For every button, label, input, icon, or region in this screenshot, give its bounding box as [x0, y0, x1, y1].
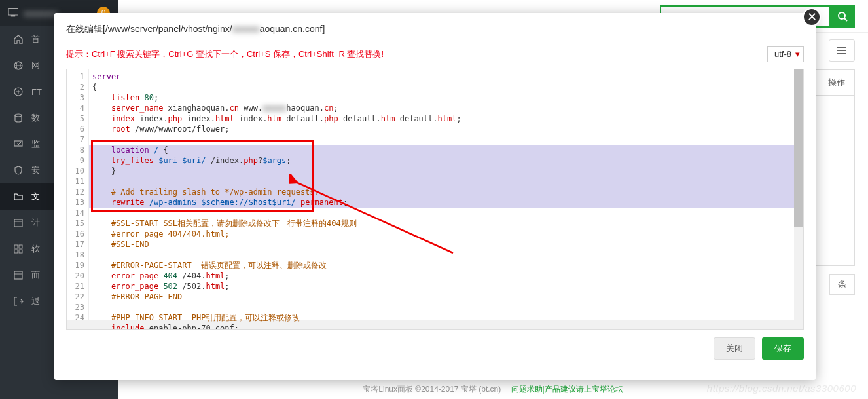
close-button[interactable]: 关闭 — [714, 337, 755, 360]
scrollbar-thumb[interactable] — [794, 69, 803, 227]
scrollbar-vertical[interactable] — [794, 69, 803, 329]
monitor-icon — [13, 139, 25, 149]
page-unit: 条 — [829, 274, 855, 295]
watermark: https://blog.csdn.net/as3300600 — [707, 383, 856, 394]
hint-text: 提示：Ctrl+F 搜索关键字，Ctrl+G 查找下一个，Ctrl+S 保存，C… — [66, 48, 384, 60]
svg-rect-20 — [837, 53, 846, 54]
sidebar-label: 面 — [31, 269, 40, 281]
svg-rect-12 — [14, 250, 18, 253]
db-icon — [13, 113, 25, 123]
title-blur: xxxxxx — [232, 24, 260, 34]
code-line[interactable]: #ERROR-PAGE-END — [91, 292, 803, 302]
sidebar-label: 文 — [31, 191, 40, 202]
code-line[interactable] — [91, 302, 803, 313]
logo-icon — [8, 8, 18, 19]
logout-icon — [13, 296, 25, 307]
calendar-icon — [13, 218, 25, 228]
svg-rect-0 — [8, 8, 18, 14]
code-line[interactable] — [91, 250, 803, 260]
home-icon — [13, 34, 25, 45]
globe-icon — [13, 60, 25, 71]
svg-point-6 — [15, 114, 22, 117]
svg-rect-10 — [14, 245, 18, 248]
shield-icon — [13, 165, 25, 176]
code-editor[interactable]: 1234567891011121314151617181920212223242… — [67, 69, 803, 330]
col-action: 操作 — [828, 77, 845, 88]
svg-rect-19 — [837, 50, 846, 51]
code-lines[interactable]: server{ listen 80; server_name xianghaoq… — [89, 69, 803, 330]
svg-rect-18 — [837, 47, 846, 48]
sidebar-label: 退 — [31, 295, 40, 307]
code-line[interactable]: error_page 502 /502.html; — [91, 281, 803, 292]
sidebar-label: 监 — [31, 138, 40, 150]
code-line[interactable]: root /www/wwwroot/flower; — [91, 124, 803, 134]
svg-rect-14 — [14, 271, 22, 279]
panel-icon — [13, 270, 25, 280]
sidebar-label: 安 — [31, 164, 40, 176]
sidebar-label: 网 — [31, 60, 40, 71]
forum-link[interactable]: 问题求助|产品建议请上宝塔论坛 — [511, 385, 623, 394]
code-line[interactable]: #SSL-END — [91, 239, 803, 250]
svg-point-16 — [839, 12, 845, 19]
code-line[interactable] — [91, 134, 803, 145]
code-line[interactable] — [91, 208, 803, 218]
title-suffix: aoquan.cn.conf] — [260, 24, 325, 34]
svg-rect-8 — [14, 219, 22, 227]
code-line[interactable]: server — [91, 71, 803, 82]
title-prefix: 在线编辑[/www/server/panel/vhost/nginx/ — [66, 24, 232, 34]
svg-rect-11 — [19, 245, 22, 248]
soft-icon — [13, 244, 25, 254]
sidebar-label: 计 — [31, 217, 40, 229]
search-button[interactable] — [830, 5, 855, 28]
code-line[interactable]: #SSL-START SSL相关配置，请勿删除或修改下一行带注释的404规则 — [91, 218, 803, 229]
modal-title: 在线编辑[/www/server/panel/vhost/nginx/xxxxx… — [54, 13, 816, 46]
svg-rect-7 — [14, 141, 22, 146]
line-gutter: 1234567891011121314151617181920212223242… — [67, 69, 89, 330]
editor-modal: ✕ 在线编辑[/www/server/panel/vhost/nginx/xxx… — [54, 13, 816, 380]
copyright-text: 宝塔Linux面板 ©2014-2017 宝塔 (bt.cn) — [363, 385, 501, 394]
code-line[interactable]: #error_page 404/404.html; — [91, 229, 803, 239]
sidebar-label: 软 — [31, 243, 40, 255]
code-line[interactable]: server_name xianghaoquan.cn www.xxxxxhao… — [91, 103, 803, 113]
sidebar-label: 数 — [31, 112, 40, 124]
code-line[interactable]: error_page 404 /404.html; — [91, 271, 803, 281]
svg-rect-1 — [11, 15, 15, 16]
list-view-button[interactable] — [829, 39, 855, 62]
close-icon[interactable]: ✕ — [803, 8, 821, 26]
encoding-select[interactable]: utf-8 — [767, 46, 804, 62]
code-line[interactable]: #ERROR-PAGE-START 错误页配置，可以注释、删除或修改 — [91, 260, 803, 271]
code-line[interactable]: index index.php index.html index.htm def… — [91, 113, 803, 124]
svg-line-17 — [844, 18, 847, 21]
sidebar-label: 首 — [31, 33, 40, 45]
encoding-value: utf-8 — [774, 49, 791, 59]
sidebar-label: FT — [31, 87, 42, 97]
save-button[interactable]: 保存 — [762, 337, 804, 360]
hint-bar: 提示：Ctrl+F 搜索关键字，Ctrl+G 查找下一个，Ctrl+S 保存，C… — [54, 46, 816, 62]
modal-footer: 关闭 保存 — [54, 337, 816, 369]
editor-wrapper: 1234567891011121314151617181920212223242… — [66, 69, 804, 330]
folder-icon — [13, 191, 25, 202]
ftp-icon — [13, 86, 25, 97]
svg-rect-13 — [19, 250, 22, 253]
code-line[interactable]: { — [91, 82, 803, 92]
code-line[interactable]: listen 80; — [91, 92, 803, 103]
